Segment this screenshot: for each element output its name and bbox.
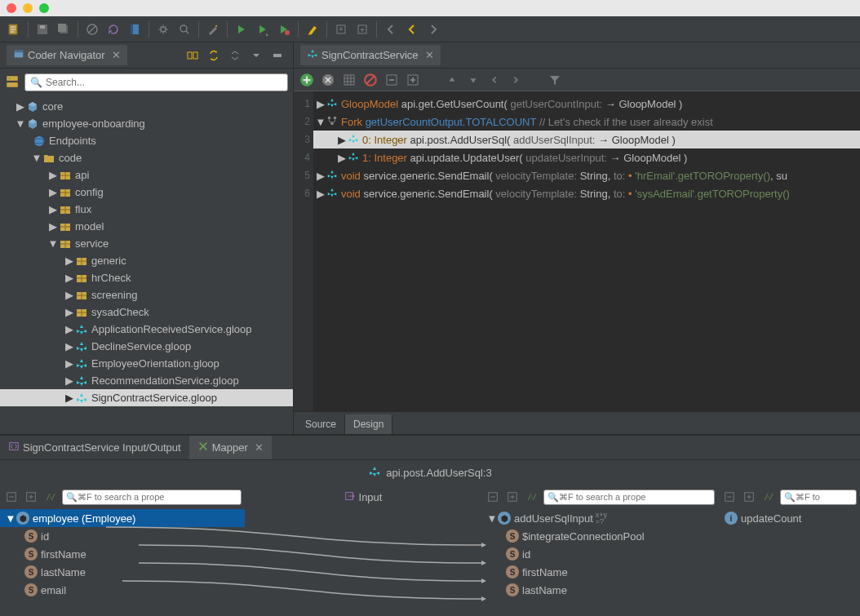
tree-item-config[interactable]: ▶ config xyxy=(0,184,293,201)
collapse-button[interactable] xyxy=(3,489,20,505)
minimize-window-button[interactable] xyxy=(23,3,33,13)
collapse-button[interactable] xyxy=(226,47,244,64)
mapper-search-right[interactable]: 🔍 xyxy=(543,490,715,505)
tree-item-gloop-file[interactable]: ▶ DeclineService.gloop xyxy=(0,338,293,355)
expand-button[interactable] xyxy=(741,489,757,505)
mapper-search-output[interactable]: 🔍 xyxy=(780,490,857,505)
next-button[interactable] xyxy=(508,72,524,88)
expand-button[interactable] xyxy=(23,489,39,505)
save-button[interactable] xyxy=(33,20,51,38)
collapse-button[interactable] xyxy=(721,489,738,505)
move-down-button[interactable] xyxy=(465,72,481,88)
tree-item-model[interactable]: ▶ model xyxy=(0,218,293,235)
new-file-button[interactable] xyxy=(5,20,23,38)
tree-item-hrcheck[interactable]: ▶ hrCheck xyxy=(0,269,293,286)
close-icon[interactable]: ✕ xyxy=(425,49,434,61)
remove-step-button[interactable] xyxy=(320,72,336,88)
tree-item-gloop-file[interactable]: ▶ EmployeeOrientation.gloop xyxy=(0,355,293,372)
book-button[interactable] xyxy=(126,20,144,38)
code-area[interactable]: ▶ GloopModel api.get.GetUserCount( getUs… xyxy=(313,91,860,411)
collapse-button[interactable] xyxy=(485,489,501,505)
wand-button[interactable] xyxy=(204,20,222,38)
io-tab[interactable]: SignContractService Input/Output xyxy=(0,436,189,459)
mapper-tab[interactable]: Mapper ✕ xyxy=(189,436,272,459)
navigator-tab[interactable]: Coder Navigator ✕ xyxy=(7,45,127,65)
move-up-button[interactable] xyxy=(444,72,460,88)
run-dropdown-button[interactable] xyxy=(254,20,272,38)
close-icon[interactable]: ✕ xyxy=(112,49,121,61)
map-root-addusersqlinput[interactable]: ▼ ⬢ addUserSqlInput x+y=? xyxy=(481,509,718,527)
back-button[interactable] xyxy=(382,20,400,38)
back-alt-button[interactable] xyxy=(403,20,421,38)
map-root-employee[interactable]: ▼ ⬢ employee (Employee) xyxy=(0,509,245,527)
close-window-button[interactable] xyxy=(7,3,16,13)
tree-label: hrCheck xyxy=(91,272,131,284)
map-field-updatecount[interactable]: i updateCount xyxy=(718,509,860,527)
tree-item-gloop-file[interactable]: ▶ ApplicationReceivedService.gloop xyxy=(0,321,293,338)
tree-item-code[interactable]: ▼ code xyxy=(0,149,293,166)
close-icon[interactable]: ✕ xyxy=(255,441,264,454)
tree-item-project[interactable]: ▼ employee-onboarding xyxy=(0,115,293,132)
sync-button[interactable] xyxy=(205,47,223,64)
mapper-search-left[interactable]: 🔍 xyxy=(62,490,242,505)
filter-button[interactable] xyxy=(547,72,563,88)
source-tab[interactable]: Source xyxy=(297,414,345,434)
code-line[interactable]: ▶ void service.generic.SendEmail( veloci… xyxy=(313,166,860,184)
expand-button[interactable] xyxy=(504,489,521,505)
expand-step-button[interactable] xyxy=(405,72,421,88)
tree-item-sysadcheck[interactable]: ▶ sysadCheck xyxy=(0,304,293,321)
validate-button[interactable]: /·/ xyxy=(760,489,777,505)
code-line[interactable]: ▶ 1: Integer api.update.UpdateUser( upda… xyxy=(313,148,860,166)
link-editor-button[interactable] xyxy=(184,47,202,64)
code-line[interactable]: ▶ GloopModel api.get.GetUserCount( getUs… xyxy=(313,95,860,113)
import-button[interactable] xyxy=(332,20,350,38)
highlight-button[interactable] xyxy=(304,20,321,38)
export-button[interactable] xyxy=(353,20,371,38)
maximize-window-button[interactable] xyxy=(39,3,49,13)
tree-item-core[interactable]: ▶ core xyxy=(0,98,293,115)
map-field-email[interactable]: S email xyxy=(0,581,245,599)
tree-item-gloop-file[interactable]: ▶ RecommendationService.gloop xyxy=(0,372,293,389)
navigator-search-input[interactable] xyxy=(46,77,282,88)
map-field-lastname[interactable]: S lastName xyxy=(481,581,718,599)
tree-item-generic[interactable]: ▶ generic xyxy=(0,252,293,269)
save-all-button[interactable] xyxy=(55,20,73,38)
forward-button[interactable] xyxy=(424,20,442,38)
debug-run-button[interactable] xyxy=(275,20,293,38)
tree-item-gloop-file-selected[interactable]: ▶ SignContractService.gloop xyxy=(0,389,293,406)
code-line[interactable]: ▼ Fork getUserCountOutput.TOTALCOUNT // … xyxy=(313,113,860,131)
validate-button[interactable]: /·/ xyxy=(524,489,540,505)
collapse-step-button[interactable] xyxy=(383,72,400,88)
map-field-lastname[interactable]: S lastName xyxy=(0,563,245,581)
refresh-button[interactable] xyxy=(104,20,122,38)
map-field-pool[interactable]: S $integrateConnectionPool xyxy=(481,527,718,545)
zoom-button[interactable] xyxy=(175,20,193,38)
minimize-panel-button[interactable] xyxy=(268,47,286,64)
map-field-firstname[interactable]: S firstName xyxy=(481,563,718,581)
mapper-search-input[interactable] xyxy=(796,492,853,502)
tree-item-service[interactable]: ▼ service xyxy=(0,235,293,252)
settings-gear-button[interactable] xyxy=(154,20,172,38)
tree-item-endpoints[interactable]: Endpoints xyxy=(0,132,293,149)
search-input-wrapper[interactable]: 🔍 xyxy=(24,73,288,91)
editor-tab[interactable]: SignContractService ✕ xyxy=(300,45,441,65)
design-tab[interactable]: Design xyxy=(345,414,392,434)
validate-button[interactable]: /·/ xyxy=(42,489,59,505)
mapper-search-input[interactable] xyxy=(559,492,711,502)
map-field-id[interactable]: S id xyxy=(481,545,718,563)
disable-button[interactable] xyxy=(83,20,101,38)
code-line[interactable]: ▶ void service.generic.SendEmail( veloci… xyxy=(313,184,860,202)
tree-item-screening[interactable]: ▶ screening xyxy=(0,286,293,304)
mapper-search-input[interactable] xyxy=(78,492,237,502)
tree-item-flux[interactable]: ▶ flux xyxy=(0,201,293,218)
map-field-id[interactable]: S id xyxy=(0,527,245,545)
disable-step-button[interactable] xyxy=(362,72,379,88)
tree-item-api[interactable]: ▶ api xyxy=(0,166,293,184)
code-line-selected[interactable]: ▶ 0: Integer api.post.AddUserSql( addUse… xyxy=(313,131,860,148)
grid-button[interactable] xyxy=(341,72,357,88)
prev-button[interactable] xyxy=(486,72,503,88)
map-field-firstname[interactable]: S firstName xyxy=(0,545,245,563)
run-button[interactable] xyxy=(233,20,250,38)
add-step-button[interactable] xyxy=(299,72,315,88)
menu-button[interactable] xyxy=(247,47,265,64)
